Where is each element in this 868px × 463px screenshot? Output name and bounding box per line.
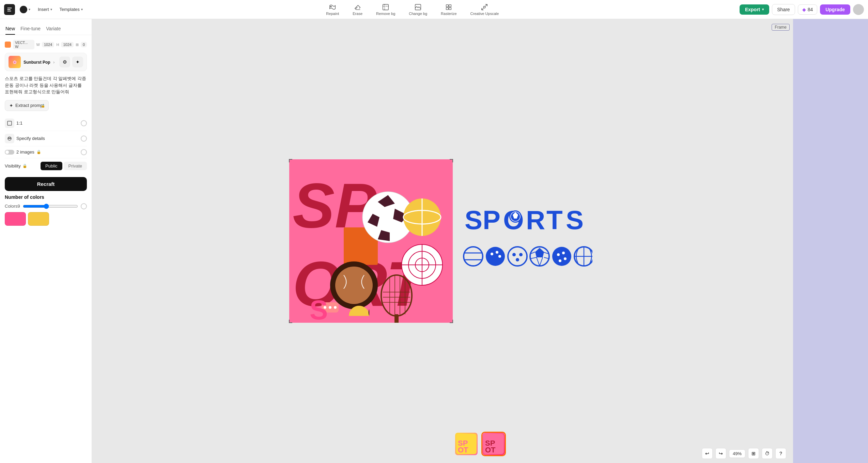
diamond-icon: ◆ [802,7,806,12]
svg-text:OT: OT [458,446,468,454]
user-avatar[interactable] [853,4,864,15]
model-arrow-icon: › [53,60,55,65]
colors-slider[interactable] [23,204,78,209]
layers-button[interactable]: ⊞ [748,448,759,459]
svg-text:OT: OT [485,446,496,454]
remove-bg-button[interactable]: Remove bg [373,2,398,17]
images-count-radio[interactable] [81,149,87,155]
layers-value: 0 [83,43,85,47]
tab-variate[interactable]: Variate [46,23,61,35]
bottom-controls: ↩ ↪ 49% ⊞ ⏱ ? [702,448,786,459]
specify-details-value: Specify details [16,136,45,141]
history-button[interactable]: ⏱ [762,448,773,459]
tab-fine-tune[interactable]: Fine-tune [20,23,41,35]
aspect-ratio-icon [5,118,14,128]
share-button[interactable]: Share [772,4,795,15]
sports-icons-area: S P O R T S [463,204,592,278]
upgrade-label: Upgrade [825,7,845,12]
color-swatches [5,212,87,226]
help-icon: ? [779,451,782,456]
export-chevron-icon: ▾ [762,7,764,11]
change-bg-button[interactable]: Change bg [406,2,430,17]
credits-button[interactable]: ◆ 84 [798,4,818,15]
sidebar-content: VECT... W W 1024 H 1024 ⊞ 0 🌸 [0,35,92,463]
thumbnail-2[interactable]: SP OT [481,432,506,456]
svg-text:S: S [566,205,584,235]
extract-prompt-button[interactable]: ✦ Extract prompt 🔒 [5,100,49,111]
svg-point-75 [552,247,571,266]
tab-new[interactable]: New [5,23,15,35]
thumbnail-1[interactable]: SP OT [454,432,479,456]
images-toggle[interactable] [5,150,14,155]
svg-rect-6 [449,7,451,9]
redo-button[interactable]: ↪ [715,448,726,459]
aspect-ratio-radio[interactable] [81,120,87,126]
svg-point-0 [330,6,331,7]
svg-line-74 [537,257,540,266]
specify-details-radio[interactable] [81,135,87,142]
colors-radio[interactable] [81,203,87,209]
specify-details-icon [5,134,14,143]
logo-button[interactable] [4,4,15,15]
creative-upscale-button[interactable]: Creative Upscale [468,2,502,17]
brand-dropdown[interactable]: ▾ [17,4,33,15]
svg-rect-41 [394,314,399,323]
model-thumb-icon: 🌸 [13,60,17,64]
rasterize-button[interactable]: Rasterize [438,2,459,17]
templates-dropdown[interactable]: Templates ▾ [57,5,86,13]
svg-text:S: S [310,295,328,323]
zoom-display: 49% [729,449,745,458]
recraft-button[interactable]: Recraft [5,177,87,191]
visibility-buttons: Public Private [41,162,87,170]
undo-button[interactable]: ↩ [702,448,713,459]
svg-text:R: R [526,205,545,235]
erase-button[interactable]: Erase [350,2,365,17]
upgrade-button[interactable]: Upgrade [820,4,850,15]
sports-title-svg: S P O R T S [463,204,592,278]
layers-chip: 0 [81,42,87,47]
topbar: ▾ Insert ▾ Templates ▾ Repaint Erase [0,0,868,19]
visibility-public-button[interactable]: Public [41,162,62,170]
history-icon: ⏱ [765,451,770,456]
canvas-image-wrapper[interactable]: SP ORT [289,159,453,323]
model-settings-button[interactable]: ⚙ [59,57,70,67]
svg-point-61 [496,251,498,254]
layers-icon: ⊞ [751,451,756,456]
svg-rect-4 [449,4,451,6]
color-swatch-pink[interactable] [5,212,26,226]
insert-label: Insert [38,7,49,12]
svg-point-7 [484,6,486,8]
svg-point-56 [464,247,483,266]
remove-bg-label: Remove bg [376,12,395,16]
svg-point-65 [519,253,523,256]
svg-point-10 [8,138,9,139]
meta-row: VECT... W W 1024 H 1024 ⊞ 0 [5,40,87,49]
export-button[interactable]: Export ▾ [740,4,769,15]
svg-point-62 [498,255,501,258]
visibility-label: Visibility 🔒 [5,163,27,169]
svg-text:S: S [465,205,482,235]
svg-point-66 [516,258,519,261]
canvas-area: Frame SP ORT [92,19,868,463]
width-value: 1024 [44,43,52,47]
change-bg-label: Change bg [409,12,427,16]
svg-point-44 [329,306,331,309]
colors-section: Number of colors Colors 9 [5,194,87,226]
canvas-content: SP ORT [92,19,868,463]
height-value: 1024 [63,43,71,47]
svg-line-71 [540,257,543,266]
credits-count: 84 [808,7,813,12]
visibility-private-button[interactable]: Private [64,162,87,170]
extract-label: Extract prompt [15,103,44,108]
model-thumbnail: 🌸 [9,56,21,68]
svg-point-12 [10,138,11,139]
repaint-button[interactable]: Repaint [323,2,342,17]
help-button[interactable]: ? [775,448,786,459]
repaint-label: Repaint [326,12,339,16]
corner-tr [450,159,453,162]
insert-dropdown[interactable]: Insert ▾ [35,5,55,13]
color-swatch-yellow[interactable] [28,212,49,226]
layers-icon: ⊞ [76,43,79,47]
svg-rect-1 [383,4,389,10]
model-generate-button[interactable]: ✦ [72,57,83,67]
